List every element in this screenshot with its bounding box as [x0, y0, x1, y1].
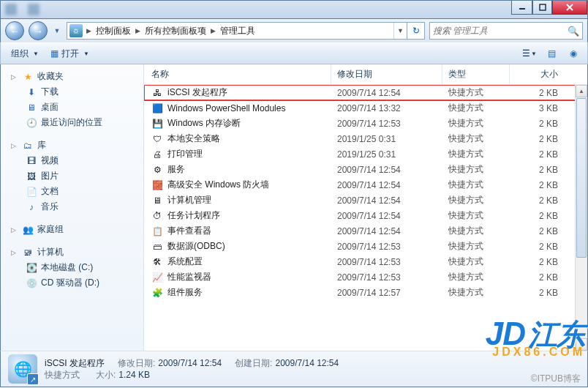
file-row[interactable]: 🧱高级安全 Windows 防火墙2009/7/14 12:54快捷方式2 KB: [144, 177, 587, 193]
sidebar-item-music[interactable]: ♪音乐: [1, 199, 143, 214]
details-title: iSCSI 发起程序: [45, 357, 105, 369]
search-input[interactable]: [433, 26, 568, 36]
column-name[interactable]: 名称: [144, 64, 331, 84]
sidebar-libraries[interactable]: ▷🗂库: [1, 138, 143, 153]
main-split: ▷★收藏夹 ⬇下载 🖥桌面 🕘最近访问的位置 ▷🗂库 🎞视频 🖼图片 📄文档 ♪…: [0, 64, 588, 351]
file-date: 2009/7/14 12:54: [331, 211, 442, 221]
picture-icon: 🖼: [26, 171, 37, 182]
shortcut-badge-icon: ↗: [27, 373, 39, 385]
breadcrumb-seg-0[interactable]: 控制面板: [93, 25, 134, 37]
file-type: 快捷方式: [442, 240, 510, 253]
file-date: 2009/7/14 12:53: [331, 242, 442, 252]
details-size: 1.24 KB: [118, 370, 150, 380]
details-icon: 🌐↗: [8, 354, 37, 384]
file-type: 快捷方式: [442, 86, 510, 99]
breadcrumb-dropdown[interactable]: ▼: [393, 23, 407, 39]
chevron-right-icon[interactable]: ▶: [134, 27, 142, 34]
file-row[interactable]: 📋事件查看器2009/7/14 12:54快捷方式2 KB: [144, 223, 587, 239]
file-row[interactable]: 🛠系统配置2009/7/14 12:53快捷方式2 KB: [144, 254, 587, 269]
file-row[interactable]: 🛡本地安全策略2019/1/25 0:31快捷方式2 KB: [144, 131, 587, 146]
search-icon[interactable]: 🔍: [568, 26, 579, 37]
organize-menu[interactable]: 组织▼: [5, 45, 45, 62]
file-date: 2019/1/25 0:31: [331, 149, 442, 160]
file-date: 2009/7/14 12:54: [331, 195, 442, 206]
sidebar-item-drive-c[interactable]: 💽本地磁盘 (C:): [1, 260, 143, 275]
file-date: 2009/7/14 12:57: [331, 288, 442, 298]
sidebar-item-videos[interactable]: 🎞视频: [1, 153, 143, 168]
breadcrumb-seg-1[interactable]: 所有控制面板项: [142, 25, 209, 37]
sidebar-item-documents[interactable]: 📄文档: [1, 184, 143, 199]
details-type: 快捷方式: [45, 369, 80, 381]
breadcrumb-seg-2[interactable]: 管理工具: [217, 25, 258, 37]
maximize-button[interactable]: [532, 1, 552, 15]
file-name: 本地安全策略: [167, 133, 220, 145]
refresh-button[interactable]: ↻: [407, 23, 424, 39]
file-row[interactable]: ⏱任务计划程序2009/7/14 12:54快捷方式2 KB: [144, 208, 587, 223]
sidebar-homegroup[interactable]: ▷👥家庭组: [1, 222, 143, 237]
sidebar-computer[interactable]: ▷🖳计算机: [1, 245, 143, 260]
file-row[interactable]: 🖨打印管理2019/1/25 0:31快捷方式2 KB: [144, 146, 587, 162]
sidebar-item-drive-d[interactable]: 💿CD 驱动器 (D:): [1, 275, 143, 291]
sidebar-item-downloads[interactable]: ⬇下载: [1, 84, 143, 100]
search-box[interactable]: 🔍: [429, 22, 583, 40]
scroll-up-icon[interactable]: ▲: [576, 85, 587, 97]
file-row[interactable]: 🟦Windows PowerShell Modules2009/7/14 13:…: [144, 100, 587, 116]
column-type[interactable]: 类型: [442, 64, 510, 84]
file-row[interactable]: ⚙服务2009/7/14 12:54快捷方式2 KB: [144, 162, 587, 177]
file-row[interactable]: 🗃数据源(ODBC)2009/7/14 12:53快捷方式2 KB: [144, 239, 587, 254]
forward-button[interactable]: →: [29, 21, 48, 40]
breadcrumb[interactable]: ⛭ ▶ 控制面板 ▶ 所有控制面板项 ▶ 管理工具 ▼ ↻: [67, 22, 425, 40]
sidebar-item-desktop[interactable]: 🖥桌面: [1, 100, 143, 115]
sidebar-item-pictures[interactable]: 🖼图片: [1, 168, 143, 184]
scrollbar[interactable]: ▲ ▼: [575, 85, 587, 351]
preview-pane-button[interactable]: ▤: [542, 45, 561, 61]
file-row[interactable]: 🖥计算机管理2009/7/14 12:54快捷方式2 KB: [144, 193, 587, 208]
file-name: 计算机管理: [167, 194, 211, 206]
column-headers: 名称 修改日期 类型 大小: [144, 64, 587, 85]
sidebar-favorites[interactable]: ▷★收藏夹: [1, 69, 143, 84]
file-icon: 🛠: [151, 256, 163, 268]
open-button[interactable]: ▦打开▼: [45, 45, 95, 62]
nav-history-dropdown[interactable]: ▼: [52, 23, 62, 38]
scroll-thumb[interactable]: [576, 98, 587, 258]
details-created-label: 创建日期:: [235, 358, 272, 368]
file-row[interactable]: 🧩组件服务2009/7/14 12:57快捷方式2 KB: [144, 285, 587, 300]
file-icon: ⏱: [151, 210, 163, 222]
file-name: 数据源(ODBC): [167, 240, 225, 253]
file-type: 快捷方式: [442, 179, 510, 191]
toolbar: 组织▼ ▦打开▼ ☰▼ ▤ ◉: [0, 42, 588, 64]
file-row[interactable]: 🖧iSCSI 发起程序2009/7/14 12:54快捷方式2 KB: [144, 85, 587, 100]
minimize-button[interactable]: [511, 1, 532, 15]
close-button[interactable]: [552, 1, 587, 15]
back-button[interactable]: ←: [5, 21, 24, 40]
file-date: 2009/7/14 12:54: [331, 88, 442, 98]
column-size[interactable]: 大小: [510, 64, 587, 84]
view-icon: ☰: [522, 48, 530, 59]
cd-icon: 💿: [26, 277, 37, 289]
help-icon: ◉: [570, 48, 577, 59]
file-type: 快捷方式: [442, 102, 510, 114]
drive-icon: 💽: [26, 262, 37, 274]
file-name: 性能监视器: [167, 271, 211, 283]
chevron-right-icon[interactable]: ▶: [85, 27, 93, 34]
document-icon: 📄: [26, 186, 37, 198]
desktop-icon: 🖥: [26, 102, 37, 113]
file-name: 打印管理: [167, 148, 203, 160]
file-row[interactable]: 💾Windows 内存诊断2009/7/14 12:53快捷方式2 KB: [144, 116, 587, 131]
navigation-pane[interactable]: ▷★收藏夹 ⬇下载 🖥桌面 🕘最近访问的位置 ▷🗂库 🎞视频 🖼图片 📄文档 ♪…: [1, 64, 144, 351]
column-date[interactable]: 修改日期: [331, 64, 442, 84]
file-date: 2019/1/25 0:31: [331, 134, 442, 144]
file-type: 快捷方式: [442, 286, 510, 299]
details-date-label: 修改日期:: [118, 358, 155, 368]
view-options-button[interactable]: ☰▼: [520, 45, 539, 61]
address-bar: ← → ▼ ⛭ ▶ 控制面板 ▶ 所有控制面板项 ▶ 管理工具 ▼ ↻ 🔍: [0, 19, 588, 42]
chevron-right-icon[interactable]: ▶: [209, 27, 217, 34]
file-type: 快捷方式: [442, 255, 510, 268]
preview-icon: ▤: [548, 48, 556, 59]
file-row[interactable]: 📈性能监视器2009/7/14 12:53快捷方式2 KB: [144, 269, 587, 285]
scroll-down-icon[interactable]: ▼: [576, 338, 587, 351]
file-icon: 🛡: [151, 133, 163, 145]
help-button[interactable]: ◉: [564, 45, 583, 61]
file-name: 高级安全 Windows 防火墙: [167, 179, 269, 191]
sidebar-item-recent[interactable]: 🕘最近访问的位置: [1, 115, 143, 130]
